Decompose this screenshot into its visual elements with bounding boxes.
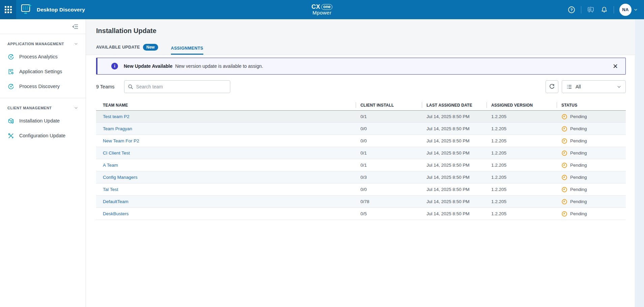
client-install-cell: 0/5: [356, 211, 422, 216]
column-header-assigned-version: ASSIGNED VERSION: [487, 100, 557, 110]
table-row: Tal Test 0/0 Jul 14, 2025 8:50 PM 1.2.20…: [96, 184, 626, 196]
search-input[interactable]: [136, 84, 227, 89]
banner-title: New Update Available: [124, 63, 172, 69]
chevron-down-icon: [74, 41, 78, 46]
team-name-link[interactable]: DefaultTeam: [103, 199, 128, 204]
chevron-down-icon: [74, 106, 78, 110]
last-assigned-date-cell: Jul 14, 2025 8:50 PM: [422, 114, 487, 119]
last-assigned-date-cell: Jul 14, 2025 8:50 PM: [422, 175, 487, 180]
pending-clock-icon: [561, 187, 567, 193]
sidebar-item-process-discovery[interactable]: Process Discovery: [0, 79, 86, 94]
tab-available-update[interactable]: AVAILABLE UPDATE New: [96, 44, 158, 55]
sidebar-item-label: Configuration Update: [19, 133, 65, 138]
team-count: 9 Teams: [96, 84, 115, 89]
sidebar-item-installation-update[interactable]: Installation Update: [0, 113, 86, 128]
user-menu[interactable]: NA: [619, 4, 638, 16]
last-assigned-date-cell: Jul 14, 2025 8:50 PM: [422, 163, 487, 168]
assigned-version-cell: 1.2.205: [487, 114, 557, 119]
pending-clock-icon: [561, 114, 567, 120]
sidebar-item-label: Process Analytics: [19, 54, 58, 59]
pending-clock-icon: [561, 150, 567, 156]
team-name-link[interactable]: Config Managers: [103, 175, 138, 180]
filter-dropdown[interactable]: All: [562, 80, 626, 93]
app-launcher-button[interactable]: [0, 0, 16, 19]
logo-one-bubble: one: [321, 4, 332, 10]
team-name-link[interactable]: CI Client Test: [103, 150, 130, 156]
table-body: Test team P2 0/1 Jul 14, 2025 8:50 PM 1.…: [96, 111, 626, 220]
svg-text:?: ?: [570, 8, 573, 12]
client-install-cell: 0/1: [356, 114, 422, 119]
bell-icon[interactable]: [600, 6, 608, 14]
table-row: CI Client Test 0/1 Jul 14, 2025 8:50 PM …: [96, 147, 626, 159]
pending-clock-icon: [561, 126, 567, 132]
sidebar-item-application-settings[interactable]: Application Settings: [0, 64, 86, 79]
last-assigned-date-cell: Jul 14, 2025 8:50 PM: [422, 138, 487, 143]
team-name-link[interactable]: New Team For P2: [103, 138, 139, 143]
status-cell: Pending: [557, 114, 626, 120]
new-badge: New: [143, 44, 158, 51]
logo-cx-text: CX: [312, 4, 320, 10]
tab-label: AVAILABLE UPDATE: [96, 45, 140, 50]
client-install-cell: 0/0: [356, 126, 422, 131]
logo-mpower-text: Mpower: [312, 10, 332, 16]
pending-clock-icon: [561, 162, 567, 168]
team-name-link[interactable]: DeskBusters: [103, 211, 129, 216]
desktop-discovery-logo-icon: [20, 3, 32, 16]
collapse-sidebar-icon[interactable]: [71, 23, 79, 30]
filter-value: All: [576, 84, 581, 89]
search-box: [124, 80, 230, 93]
table-row: A Team 0/1 Jul 14, 2025 8:50 PM 1.2.205 …: [96, 159, 626, 171]
section-client-management[interactable]: CLIENT MANAGEMENT: [0, 98, 86, 113]
client-install-cell: 0/0: [356, 138, 422, 143]
table-row: Config Managers 0/3 Jul 14, 2025 8:50 PM…: [96, 171, 626, 184]
assigned-version-cell: 1.2.205: [487, 199, 557, 204]
pending-clock-icon: [561, 211, 567, 217]
help-icon[interactable]: ?: [567, 6, 576, 14]
search-icon: [128, 84, 134, 90]
close-icon[interactable]: ✕: [613, 63, 618, 69]
tab-assignments[interactable]: ASSIGNMENTS: [171, 46, 203, 55]
sidebar-item-label: Application Settings: [19, 69, 62, 74]
section-label: APPLICATION MANAGEMENT: [7, 42, 64, 46]
status-cell: Pending: [557, 174, 626, 180]
pending-clock-icon: [561, 199, 567, 205]
application-settings-icon: [7, 68, 14, 75]
team-name-link[interactable]: Team Pragyan: [103, 126, 132, 131]
team-name-link[interactable]: Tal Test: [103, 187, 118, 192]
assigned-version-cell: 1.2.205: [487, 175, 557, 180]
status-cell: Pending: [557, 211, 626, 217]
sidebar-item-process-analytics[interactable]: Process Analytics: [0, 49, 86, 64]
table-toolbar: 9 Teams All: [96, 80, 626, 93]
pending-clock-icon: [561, 138, 567, 144]
configuration-update-icon: [7, 132, 14, 139]
status-cell: Pending: [557, 150, 626, 156]
column-header-last-assigned-date: LAST ASSIGNED DATE: [422, 100, 487, 110]
status-label: Pending: [570, 138, 587, 143]
client-install-cell: 0/1: [356, 163, 422, 168]
sidebar-item-label: Installation Update: [19, 118, 60, 123]
tab-bar: AVAILABLE UPDATE New ASSIGNMENTS: [96, 44, 626, 55]
assigned-version-cell: 1.2.205: [487, 163, 557, 168]
assigned-version-cell: 1.2.205: [487, 150, 557, 156]
sidebar: APPLICATION MANAGEMENT Process Analytics: [0, 19, 86, 307]
team-name-link[interactable]: Test team P2: [103, 114, 129, 119]
sidebar-item-configuration-update[interactable]: Configuration Update: [0, 128, 86, 143]
last-assigned-date-cell: Jul 14, 2025 8:50 PM: [422, 211, 487, 216]
scrollbar-track[interactable]: [635, 19, 644, 307]
status-label: Pending: [570, 175, 587, 180]
table-row: Team Pragyan 0/0 Jul 14, 2025 8:50 PM 1.…: [96, 123, 626, 135]
team-name-link[interactable]: A Team: [103, 163, 118, 168]
sidebar-item-label: Process Discovery: [19, 84, 60, 89]
status-cell: Pending: [557, 187, 626, 193]
refresh-button[interactable]: [546, 80, 558, 93]
presentation-icon[interactable]: [587, 6, 595, 14]
column-header-status: STATUS: [557, 100, 626, 110]
banner-message: New version update is available to assig…: [175, 63, 263, 69]
client-install-cell: 0/1: [356, 150, 422, 156]
avatar: NA: [619, 4, 632, 16]
section-application-management[interactable]: APPLICATION MANAGEMENT: [0, 34, 86, 49]
status-label: Pending: [570, 199, 587, 204]
installation-update-icon: [7, 117, 14, 124]
tab-label: ASSIGNMENTS: [171, 46, 203, 51]
column-header-client-install: CLIENT INSTALL: [356, 100, 422, 110]
